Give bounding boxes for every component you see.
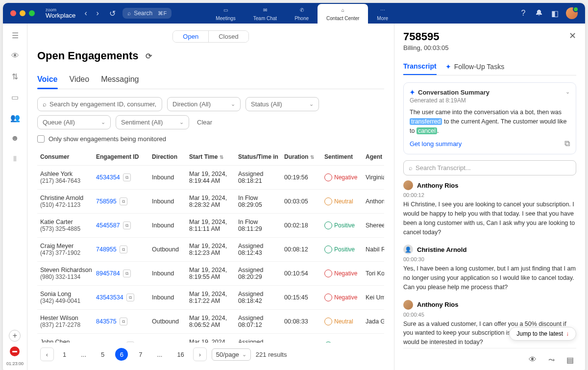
- search-input[interactable]: ⌕ Search by engagement ID, consumer, or …: [37, 97, 162, 111]
- page-number[interactable]: ...: [77, 349, 90, 360]
- dnd-icon[interactable]: [10, 346, 20, 356]
- get-long-summary-link[interactable]: Get long summary: [410, 140, 462, 148]
- panel-icon[interactable]: ◧: [550, 9, 559, 18]
- table-row[interactable]: Christine Arnold(510) 472-1123 758595⧉ I…: [37, 190, 384, 214]
- user-avatar[interactable]: [566, 7, 578, 19]
- tab-phone[interactable]: ✆ Phone: [286, 4, 318, 23]
- copy-icon[interactable]: ⧉: [120, 197, 127, 205]
- engagement-id-link[interactable]: 4545587: [96, 222, 120, 229]
- tab-messaging[interactable]: Messaging: [101, 70, 139, 89]
- start-time-cell: Mar 19, 2024, 8:17:22 AM: [189, 291, 236, 304]
- agent-avatar-icon: [403, 300, 413, 310]
- analytics-icon[interactable]: ⫴: [10, 154, 20, 164]
- close-icon[interactable]: ✕: [569, 30, 576, 41]
- close-window-icon[interactable]: [10, 10, 16, 16]
- col-engagement[interactable]: Engagement ID: [96, 153, 150, 160]
- consumer-cell: Ashlee York(217) 364-7643: [40, 171, 94, 184]
- page-number[interactable]: 6: [115, 348, 128, 361]
- col-duration[interactable]: Duration⇅: [284, 153, 322, 160]
- page-number[interactable]: ...: [153, 349, 167, 360]
- page-number[interactable]: 1: [59, 349, 70, 360]
- copy-icon[interactable]: ⧉: [126, 294, 134, 301]
- queue-select[interactable]: Queue (All)⌄: [37, 115, 111, 129]
- engagement-id-link[interactable]: 4534354: [96, 174, 120, 181]
- seg-closed[interactable]: Closed: [209, 31, 248, 42]
- results-count: 221 results: [256, 351, 287, 358]
- refresh-icon[interactable]: ⟳: [146, 51, 152, 61]
- tab-voice[interactable]: Voice: [37, 70, 58, 89]
- col-sentiment[interactable]: Sentiment: [324, 153, 364, 160]
- filter-icon[interactable]: ⇅: [10, 72, 20, 81]
- col-start[interactable]: Start Time⇅: [189, 153, 236, 160]
- engagement-id-link[interactable]: 758595: [96, 198, 117, 205]
- minimize-window-icon[interactable]: [20, 10, 25, 16]
- clear-filters[interactable]: Clear: [197, 119, 212, 126]
- engagement-id-link[interactable]: 43543534: [96, 294, 123, 301]
- table-row[interactable]: Sonia Long(342) 449-0041 43543534⧉ Inbou…: [37, 286, 384, 310]
- chevron-down-icon: ⌄: [309, 101, 314, 107]
- seg-open[interactable]: Open: [173, 31, 209, 42]
- tab-contact-center[interactable]: ⌂ Contact Center: [318, 4, 368, 25]
- tab-followup[interactable]: ✦ Follow-Up Tasks: [445, 58, 504, 75]
- page-number[interactable]: 7: [135, 349, 146, 360]
- jump-to-latest-button[interactable]: Jump to the latest ↓: [509, 327, 576, 341]
- add-button[interactable]: +: [9, 330, 21, 342]
- table-row[interactable]: John Chen(669) 252-3432 48738474⧉ Inboun…: [37, 334, 384, 343]
- page-number[interactable]: 5: [97, 349, 108, 360]
- detail-subtitle: Billing, 00:03:05: [403, 44, 449, 51]
- search-kbd: ⌘F: [158, 10, 167, 17]
- copy-icon[interactable]: ⧉: [123, 222, 131, 229]
- per-page-select[interactable]: 50/page⌄: [212, 348, 251, 361]
- copy-icon[interactable]: ⧉: [564, 139, 570, 148]
- bell-icon[interactable]: 🔔︎: [535, 9, 543, 18]
- maximize-window-icon[interactable]: [29, 10, 35, 16]
- address-book-icon[interactable]: ☻: [10, 133, 20, 143]
- table-row[interactable]: Katie Carter(573) 325-4885 4545587⧉ Inbo…: [37, 214, 384, 238]
- archive-icon[interactable]: ▭: [10, 92, 20, 102]
- status-timer: 01:23:00: [6, 361, 24, 366]
- engagement-id-link[interactable]: 843575: [96, 318, 117, 325]
- table-row[interactable]: Ashlee York(217) 364-7643 4534354⧉ Inbou…: [37, 166, 384, 190]
- tab-meetings[interactable]: ▭ Meetings: [207, 4, 245, 23]
- engagement-id-link[interactable]: 8945784: [96, 270, 120, 277]
- forward-icon[interactable]: ›: [93, 9, 102, 18]
- next-page-button[interactable]: ›: [193, 347, 207, 361]
- prev-page-button[interactable]: ‹: [40, 347, 54, 361]
- history-icon[interactable]: ↺: [108, 9, 117, 18]
- table-row[interactable]: Craig Meyer(473) 377-1902 748955⧉ Outbou…: [37, 238, 384, 262]
- sentiment-cell: Neutral: [324, 318, 364, 325]
- col-agent[interactable]: Agent: [366, 153, 384, 160]
- table-row[interactable]: Steven Richardson(980) 332-1134 8945784⧉…: [37, 262, 384, 286]
- engagement-id-link[interactable]: 748955: [96, 246, 117, 253]
- help-icon[interactable]: ?: [519, 9, 528, 18]
- direction-select[interactable]: Direction (All)⌄: [167, 97, 241, 111]
- status-select[interactable]: Status (All)⌄: [245, 97, 319, 111]
- tab-more[interactable]: ⋯ More: [368, 4, 397, 23]
- copy-icon[interactable]: ⧉: [123, 173, 131, 181]
- tab-video[interactable]: Video: [70, 70, 90, 89]
- eye-icon[interactable]: 👁: [10, 51, 20, 61]
- visibility-icon[interactable]: 👁: [526, 353, 539, 366]
- status-cell: Assigned08:07:12: [238, 315, 282, 328]
- col-consumer[interactable]: Consumer: [40, 153, 94, 160]
- copy-icon[interactable]: ⧉: [120, 246, 127, 253]
- menu-icon[interactable]: ☰: [10, 30, 20, 40]
- tag-icon[interactable]: ⤳: [545, 353, 558, 366]
- col-direction[interactable]: Direction: [152, 153, 187, 160]
- notes-icon[interactable]: ▤: [564, 353, 576, 366]
- users-icon[interactable]: 👥: [10, 113, 20, 123]
- back-icon[interactable]: ‹: [81, 9, 90, 18]
- copy-icon[interactable]: ⧉: [120, 318, 127, 325]
- copy-icon[interactable]: ⧉: [123, 270, 131, 277]
- search-transcript-input[interactable]: ⌕ Search Transcript...: [403, 160, 576, 175]
- col-status[interactable]: Status/Time in: [238, 153, 282, 160]
- monitor-checkbox[interactable]: Only show engagements being monitored: [37, 135, 384, 143]
- summary-time: Generated at 8:19AM: [410, 97, 490, 104]
- global-search[interactable]: ⌕ Search ⌘F: [122, 8, 172, 19]
- table-row[interactable]: Hester Wilson(837) 217-2278 843575⧉ Outb…: [37, 310, 384, 334]
- sentiment-select[interactable]: Sentiment (All)⌄: [116, 115, 189, 129]
- chevron-down-icon[interactable]: ⌄: [565, 89, 570, 104]
- tab-transcript[interactable]: Transcript: [403, 58, 437, 75]
- tab-team-chat[interactable]: ✉ Team Chat: [245, 4, 286, 23]
- page-number[interactable]: 16: [173, 349, 188, 360]
